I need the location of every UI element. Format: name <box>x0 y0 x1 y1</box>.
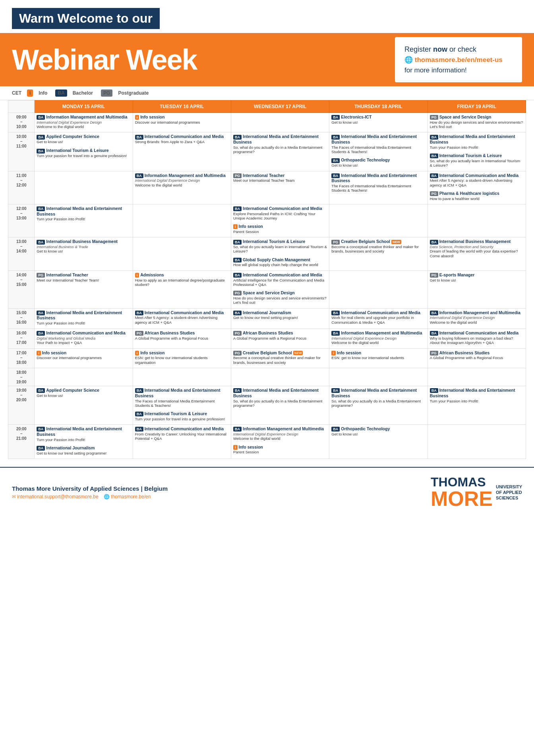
cell-thu-1300: PGCreative Belgium School NEW Become a c… <box>329 237 428 270</box>
cell-mon-1300: BAInternational Business Management Inte… <box>35 237 133 270</box>
cell-thu-1200 <box>329 204 428 237</box>
cell-fri-1600: BAInternational Communication and Media … <box>428 329 526 348</box>
cell-tue-1400: iAdmissions How to apply as an Internati… <box>133 270 231 308</box>
cell-wed-1400: BAInternational Communication and Media … <box>231 270 329 308</box>
cell-wed-1500: BAInternational Journalism Get to know o… <box>231 308 329 329</box>
cell-thu-1500: BAInternational Communication and Media … <box>329 308 428 329</box>
cell-thu-1900: BAInternational Media and Entertainment … <box>329 386 428 425</box>
time-1900-2000: 19:00–20:00 <box>8 386 35 425</box>
cell-wed-1200: BAInternational Communication and Media … <box>231 204 329 237</box>
cell-tue-1800 <box>133 368 231 386</box>
time-1500-1600: 15:00–16:00 <box>8 308 35 329</box>
cell-fri-1800 <box>428 368 526 386</box>
cell-wed-1800 <box>231 368 329 386</box>
schedule-table: MONDAY 15 APRIL TUESDAY 16 APRIL WEDNESD… <box>8 100 526 459</box>
cell-tue-2000: BAInternational Communication and Media … <box>133 425 231 459</box>
info-badge: i <box>27 89 33 97</box>
footer: Thomas More University of Applied Scienc… <box>0 467 534 513</box>
cell-mon-1900: BAApplied Computer Science Get to know u… <box>35 386 133 425</box>
cell-thu-0900: BAElectronics-ICT Get to know us! <box>329 113 428 132</box>
cell-fri-1300: BAInternational Business Management Data… <box>428 237 526 270</box>
cell-mon-1800 <box>35 368 133 386</box>
cell-thu-1700: iInfo session ESN: get to know our inter… <box>329 348 428 368</box>
cell-thu-1000: BAInternational Media and Entertainment … <box>329 132 428 171</box>
cell-tue-1300 <box>133 237 231 270</box>
day-wednesday: WEDNESDAY 17 APRIL <box>231 101 329 113</box>
cell-tue-1100: BAInformation Management and Multimedia … <box>133 171 231 204</box>
contact-info: ✉ international.support@thomasmore.be 🌐 … <box>12 494 168 499</box>
cell-mon-1500: BAInternational Media and Entertainment … <box>35 308 133 329</box>
cell-tue-1200 <box>133 204 231 237</box>
cell-mon-1600: BAInternational Communication and Media … <box>35 329 133 348</box>
cell-wed-0900 <box>231 113 329 132</box>
cell-mon-1700: iInfo session Discover our international… <box>35 348 133 368</box>
cell-fri-1500: BAInformation Management and Multimedia … <box>428 308 526 329</box>
time-1700-1800: 17:00–18:00 <box>8 348 35 368</box>
cell-wed-1000: BAInternational Media and Entertainment … <box>231 132 329 171</box>
warm-welcome-box: Warm Welcome to our <box>12 8 160 29</box>
pg-badge: PG <box>101 89 112 97</box>
cell-tue-1600: PGAfrican Business Studies A Global Prog… <box>133 329 231 348</box>
cell-tue-1500: BAInternational Communication and Media … <box>133 308 231 329</box>
logo-thomas: THOMAS <box>431 476 493 488</box>
cell-wed-1100: PGInternational Teacher Meet our Interna… <box>231 171 329 204</box>
cell-thu-2000: BAOrthopaedic Technology Get to know us! <box>329 425 428 459</box>
cell-wed-1900: BAInternational Media and Entertainment … <box>231 386 329 425</box>
cell-mon-2000: BAInternational Media and Entertainment … <box>35 425 133 459</box>
cell-fri-2000 <box>428 425 526 459</box>
time-1400-1500: 14:00–15:00 <box>8 270 35 308</box>
cell-thu-1400 <box>329 270 428 308</box>
cell-wed-1600: PGAfrican Business Studies A Global Prog… <box>231 329 329 348</box>
day-monday: MONDAY 15 APRIL <box>35 101 133 113</box>
cell-mon-1000: BAApplied Computer Science Get to know u… <box>35 132 133 171</box>
time-2000-2100: 20:00–21:00 <box>8 425 35 459</box>
cell-mon-1100 <box>35 171 133 204</box>
time-1000-1100: 10:00–11:00 <box>8 132 35 171</box>
day-friday: FRIDAY 19 APRIL <box>428 101 526 113</box>
ba-badge: BA <box>55 89 67 97</box>
cell-fri-1400: PGE-sports Manager Get to know us! <box>428 270 526 308</box>
cell-thu-1100: BAInternational Media and Entertainment … <box>329 171 428 204</box>
cell-fri-1200 <box>428 204 526 237</box>
cell-tue-1000: BAInternational Communication and Media … <box>133 132 231 171</box>
cell-mon-1200: BAInternational Media and Entertainment … <box>35 204 133 237</box>
cell-fri-1700: PGAfrican Business Studies A Global Prog… <box>428 348 526 368</box>
logo-more: MORE <box>431 488 493 509</box>
cell-fri-1100: BAInternational Communication and Media … <box>428 171 526 204</box>
logo-subtitle: UNIVERSITYOF APPLIEDSCIENCES <box>496 484 522 501</box>
cell-tue-1700: iInfo session ESN: get to know our inter… <box>133 348 231 368</box>
cell-wed-1300: BAInternational Tourism & Leisure So, wh… <box>231 237 329 270</box>
day-tuesday: TUESDAY 16 APRIL <box>133 101 231 113</box>
time-1600-1700: 16:00–17:00 <box>8 329 35 348</box>
cell-wed-2000: BAInformation Management and Multimedia … <box>231 425 329 459</box>
cell-fri-1000: BAInternational Media and Entertainment … <box>428 132 526 171</box>
cell-fri-0900: PGSpace and Service Design How do you de… <box>428 113 526 132</box>
university-name: Thomas More University of Applied Scienc… <box>12 485 168 492</box>
time-0900-1000: 09:00–10:00 <box>8 113 35 132</box>
footer-left: Thomas More University of Applied Scienc… <box>12 485 168 499</box>
cell-thu-1800 <box>329 368 428 386</box>
thomas-more-logo: THOMAS MORE UNIVERSITYOF APPLIEDSCIENCES <box>431 476 522 509</box>
time-1800-1900: 18:00–19:00 <box>8 368 35 386</box>
footer-right: THOMAS MORE UNIVERSITYOF APPLIEDSCIENCES <box>431 476 522 509</box>
cell-mon-0900: BAInformation Management and Multimedia … <box>35 113 133 132</box>
webinar-week-title: Webinar Week <box>12 45 197 74</box>
time-1200-1300: 12:00–13:00 <box>8 204 35 237</box>
cet-label: CET <box>12 90 21 96</box>
time-1100-1200: 11:00–12:00 <box>8 171 35 204</box>
day-thursday: THURSDAY 18 APRIL <box>329 101 428 113</box>
cell-fri-1900: BAInternational Media and Entertainment … <box>428 386 526 425</box>
cell-tue-0900: iInfo session Discover our international… <box>133 113 231 132</box>
time-1300-1400: 13:00–14:00 <box>8 237 35 270</box>
register-info: Register now or check 🌐 thomasmore.be/en… <box>395 37 522 82</box>
cell-wed-1700: PGCreative Belgium School NEW Become a c… <box>231 348 329 368</box>
cell-thu-1600: BAInformation Management and Multimedia … <box>329 329 428 348</box>
cell-mon-1400: PGInternational Teacher Meet our Interna… <box>35 270 133 308</box>
cell-tue-1900: BAInternational Media and Entertainment … <box>133 386 231 425</box>
